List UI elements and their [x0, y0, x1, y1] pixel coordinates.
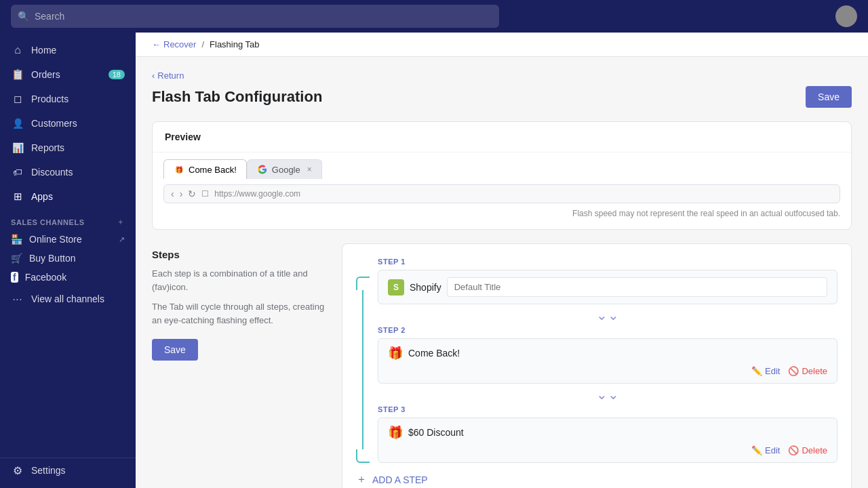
active-tab-label: Come Back!	[189, 165, 237, 175]
step-2-block: STEP 2 🎁 Come Back! ✏️	[378, 326, 837, 384]
browser-tabs: 🎁 Come Back! Google ×	[163, 159, 840, 179]
bracket-bottom	[356, 449, 370, 463]
browser-refresh-button[interactable]: ↻	[188, 188, 196, 199]
sidebar-item-discounts[interactable]: Discounts	[0, 160, 136, 184]
close-tab-button[interactable]: ×	[307, 165, 312, 174]
sidebar-label-products: Products	[31, 94, 68, 104]
sidebar-item-settings[interactable]: Settings	[0, 458, 136, 483]
edit-icon-2: ✏️	[751, 366, 762, 376]
search-bar[interactable]: 🔍	[11, 5, 499, 28]
sidebar-item-orders[interactable]: Orders 18	[0, 62, 136, 87]
bracket-middle	[362, 290, 363, 449]
preview-card: Preview 🎁 Come Back! Goog	[152, 121, 852, 230]
steps-flow: STEP 1 S Shopify	[342, 243, 852, 488]
orders-badge: 18	[108, 70, 125, 79]
step-3-edit-button[interactable]: ✏️ Edit	[751, 445, 780, 455]
google-favicon	[257, 164, 268, 175]
sidebar-item-reports[interactable]: Reports	[0, 136, 136, 160]
browser-url: https://www.google.com	[214, 189, 833, 199]
sidebar-item-home[interactable]: Home	[0, 38, 136, 62]
step-2-delete-button[interactable]: 🚫 Delete	[788, 366, 827, 376]
sidebar: Home Orders 18 Products Customers Report…	[0, 33, 136, 488]
step-1-input[interactable]	[447, 277, 827, 297]
products-icon	[11, 92, 24, 106]
breadcrumb-parent-label: Recover	[163, 39, 196, 49]
reports-icon	[11, 141, 24, 155]
shopify-icon: S	[388, 279, 404, 296]
buy-button-label: Buy Button	[29, 253, 76, 264]
online-store-icon	[11, 234, 22, 245]
chevron-down-icon-1: ⌄⌄	[596, 307, 619, 323]
step-3-actions: ✏️ Edit 🚫 Delete	[388, 445, 827, 455]
step-1-top: S Shopify	[388, 277, 827, 297]
step-2-edit-button[interactable]: ✏️ Edit	[751, 366, 780, 376]
save-steps-button[interactable]: Save	[152, 339, 198, 361]
sidebar-item-apps[interactable]: Apps	[0, 184, 136, 209]
external-link-icon: ↗	[119, 235, 125, 244]
return-label: Return	[157, 70, 184, 81]
search-input[interactable]	[35, 11, 492, 22]
add-step-icon: ＋	[356, 472, 367, 487]
facebook-label: Facebook	[25, 272, 66, 283]
facebook-icon	[11, 272, 18, 283]
buy-button-icon	[11, 253, 22, 264]
browser-address-bar: ‹ › ↻ ☐ https://www.google.com	[163, 184, 840, 203]
step-connector-1: ⌄⌄	[378, 304, 837, 326]
inactive-tab-label: Google	[272, 165, 300, 175]
sidebar-item-customers[interactable]: Customers	[0, 111, 136, 136]
sidebar-item-view-all-channels[interactable]: View all channels	[0, 287, 136, 311]
step-1-block: STEP 1 S Shopify	[378, 258, 837, 304]
return-arrow-icon: ‹	[152, 70, 155, 81]
browser-forward-button[interactable]: ›	[180, 188, 183, 199]
step-1-card: S Shopify	[378, 270, 837, 304]
sidebar-label-apps: Apps	[31, 191, 53, 202]
sidebar-item-online-store[interactable]: Online Store ↗	[0, 230, 136, 249]
add-step-label: ADD A STEP	[372, 474, 428, 485]
delete-icon-3: 🚫	[788, 445, 799, 455]
add-step-row[interactable]: ＋ ADD A STEP	[356, 463, 837, 488]
steps-desc1: Each step is a combination of a title an…	[152, 267, 328, 293]
home-icon	[11, 43, 24, 57]
sidebar-item-facebook[interactable]: Facebook	[0, 268, 136, 287]
more-icon	[11, 292, 24, 306]
breadcrumb: ← Recover / Flashing Tab	[136, 33, 868, 57]
breadcrumb-parent-link[interactable]: ← Recover	[152, 39, 196, 49]
sidebar-label-discounts: Discounts	[31, 167, 73, 178]
step-3-delete-button[interactable]: 🚫 Delete	[788, 445, 827, 455]
step-1-title: Shopify	[410, 282, 441, 293]
step-3-title: $60 Discount	[408, 427, 464, 438]
breadcrumb-arrow-icon: ←	[152, 39, 161, 49]
preview-card-header: Preview	[153, 122, 851, 152]
flash-speed-note: Flash speed may not represent the real s…	[163, 203, 840, 218]
discounts-icon	[11, 165, 24, 179]
steps-bracket-container: STEP 1 S Shopify	[356, 258, 837, 463]
browser-back-button[interactable]: ‹	[171, 188, 174, 199]
sidebar-item-buy-button[interactable]: Buy Button	[0, 249, 136, 268]
apps-icon	[11, 190, 24, 203]
save-header-button[interactable]: Save	[806, 86, 852, 108]
sales-channels-section: SALES CHANNELS ＋	[0, 209, 136, 230]
steps-description: Steps Each step is a combination of a ti…	[152, 243, 328, 366]
return-link[interactable]: ‹ Return	[152, 70, 852, 81]
step-3-card: 🎁 $60 Discount ✏️ Edit	[378, 418, 837, 463]
delete-icon-2: 🚫	[788, 366, 799, 376]
customers-icon	[11, 117, 24, 130]
search-icon: 🔍	[18, 11, 29, 22]
edit-icon-3: ✏️	[751, 445, 762, 455]
settings-icon	[11, 464, 24, 477]
step-3-label: STEP 3	[378, 405, 406, 413]
inactive-browser-tab[interactable]: Google ×	[247, 159, 322, 179]
breadcrumb-current: Flashing Tab	[210, 39, 259, 49]
page-header: Flash Tab Configuration Save	[152, 86, 852, 108]
step-3-block: STEP 3 🎁 $60 Discount ✏️	[378, 405, 837, 463]
steps-title: Steps	[152, 249, 328, 260]
step-connector-2: ⌄⌄	[378, 384, 837, 405]
avatar[interactable]	[835, 5, 857, 27]
steps-section: Steps Each step is a combination of a ti…	[152, 243, 852, 488]
active-browser-tab[interactable]: 🎁 Come Back!	[163, 159, 247, 179]
chevron-down-icon-2: ⌄⌄	[596, 386, 619, 403]
view-all-channels-label: View all channels	[31, 293, 104, 304]
add-channel-icon[interactable]: ＋	[117, 217, 125, 227]
step-2-title: Come Back!	[408, 348, 460, 359]
sidebar-item-products[interactable]: Products	[0, 87, 136, 111]
